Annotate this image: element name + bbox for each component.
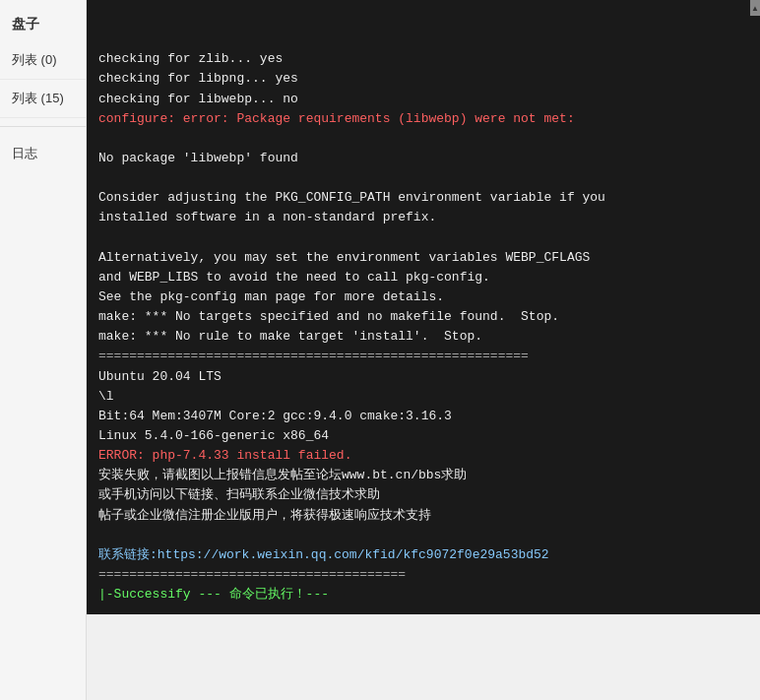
- terminal-line: [98, 129, 748, 149]
- terminal-line: \l: [98, 387, 748, 407]
- terminal-line: ERROR: php-7.4.33 install failed.: [98, 446, 748, 466]
- main-container: 盘子 列表 (0) 列表 (15) 日志 checking for zlib..…: [0, 0, 760, 700]
- terminal-line: No package 'libwebp' found: [98, 149, 748, 168]
- terminal-line: checking for libpng... yes: [98, 69, 748, 89]
- sidebar-log[interactable]: 日志: [0, 135, 86, 172]
- terminal-line: |-Successify --- 命令已执行！---: [98, 585, 748, 605]
- terminal-line: Bit:64 Mem:3407M Core:2 gcc:9.4.0 cmake:…: [98, 407, 748, 426]
- terminal-line: Alternatively, you may set the environme…: [98, 248, 748, 268]
- terminal-line: 或手机访问以下链接、扫码联系企业微信技术求助: [98, 485, 748, 505]
- terminal-line: ========================================: [98, 565, 748, 585]
- terminal-line: [98, 526, 748, 545]
- terminal[interactable]: checking for zlib... yeschecking for lib…: [87, 0, 760, 614]
- terminal-line: make: *** No rule to make target 'instal…: [98, 327, 748, 347]
- terminal-line: checking for zlib... yes: [98, 49, 748, 69]
- terminal-line: installed software in a non-standard pre…: [98, 208, 748, 227]
- terminal-line: 安装失败，请截图以上报错信息发帖至论坛www.bt.cn/bbs求助: [98, 466, 748, 485]
- terminal-line: Linux 5.4.0-166-generic x86_64: [98, 426, 748, 446]
- terminal-line: Ubuntu 20.04 LTS: [98, 367, 748, 387]
- terminal-line: 帖子或企业微信注册企业版用户，将获得极速响应技术支持: [98, 506, 748, 526]
- terminal-line: and WEBP_LIBS to avoid the need to call …: [98, 268, 748, 287]
- sidebar-item-list-0[interactable]: 列表 (0): [0, 41, 86, 80]
- sidebar: 盘子 列表 (0) 列表 (15) 日志: [0, 0, 87, 700]
- scrollbar-up-button[interactable]: ▲: [750, 0, 760, 16]
- terminal-line: Consider adjusting the PKG_CONFIG_PATH e…: [98, 188, 748, 208]
- terminal-line: checking for libwebp... no: [98, 90, 748, 109]
- sidebar-header: 盘子: [0, 8, 86, 41]
- sidebar-item-list-15[interactable]: 列表 (15): [0, 80, 86, 118]
- terminal-line: [98, 228, 748, 248]
- sidebar-divider: [0, 126, 86, 127]
- terminal-line: See the pkg-config man page for more det…: [98, 287, 748, 307]
- terminal-wrapper: checking for zlib... yeschecking for lib…: [87, 0, 760, 700]
- terminal-line: 联系链接:https://work.weixin.qq.com/kfid/kfc…: [98, 545, 748, 565]
- terminal-line: make: *** No targets specified and no ma…: [98, 307, 748, 327]
- terminal-line: ========================================…: [98, 347, 748, 366]
- terminal-line: [98, 168, 748, 188]
- terminal-line: configure: error: Package requirements (…: [98, 109, 748, 129]
